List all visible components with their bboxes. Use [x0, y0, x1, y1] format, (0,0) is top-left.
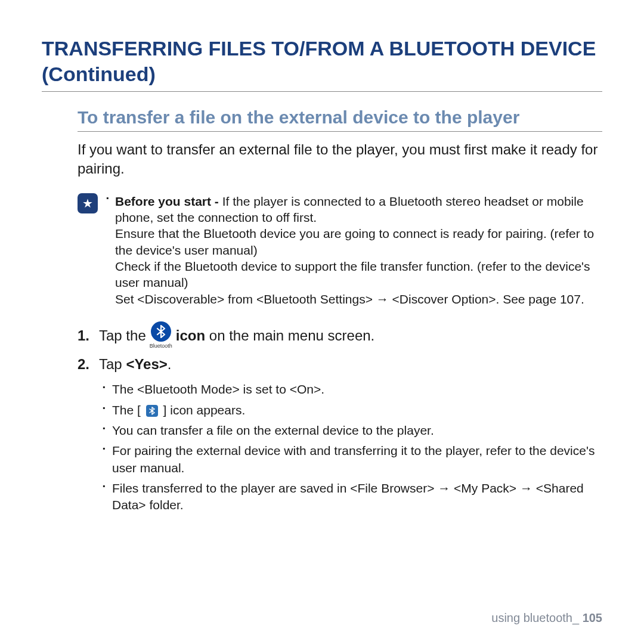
note-line-3: Check if the Bluetooth device to support… — [115, 258, 602, 291]
note-block: ★ Before you start - If the player is co… — [78, 192, 602, 308]
footer-page-number: 105 — [583, 611, 602, 624]
page-footer: using bluetooth_ 105 — [491, 611, 602, 625]
step-2-post: . — [168, 356, 172, 372]
step-1-icon-word: icon — [176, 327, 205, 343]
page-title: TRANSFERRING FILES TO/FROM A BLUETOOTH D… — [42, 36, 602, 92]
bluetooth-small-icon — [146, 405, 158, 417]
note-icon: ★ — [78, 193, 98, 213]
note-before-label: Before you start - — [115, 194, 222, 208]
note-body: Before you start - If the player is conn… — [106, 192, 602, 308]
note-line-2: Ensure that the Bluetooth device you are… — [115, 225, 602, 258]
sub-bullets: The <Bluetooth Mode> is set to <On>. The… — [103, 381, 602, 513]
sub-bullet-b-pre: The [ — [112, 403, 144, 417]
step-2-number: 2. — [78, 354, 99, 375]
steps-list: 1. Tap the Bluetooth icon on the main me… — [78, 321, 602, 376]
section-subtitle: To transfer a file on the external devic… — [78, 107, 602, 132]
step-1: 1. Tap the Bluetooth icon on the main me… — [78, 321, 602, 351]
sub-bullet-d: For pairing the external device with and… — [103, 442, 602, 476]
bluetooth-icon: Bluetooth — [150, 321, 172, 351]
sub-bullet-a: The <Bluetooth Mode> is set to <On>. — [103, 381, 602, 398]
footer-text: using bluetooth_ — [491, 611, 582, 624]
step-1-number: 1. — [78, 325, 99, 346]
step-2-yes: <Yes> — [126, 356, 167, 372]
step-2: 2. Tap <Yes>. — [78, 354, 602, 375]
sub-bullet-e: Files transferred to the player are save… — [103, 480, 602, 514]
step-1-rest: on the main menu screen. — [205, 327, 374, 343]
bluetooth-icon-caption: Bluetooth — [150, 342, 172, 351]
intro-paragraph: If you want to transfer an external file… — [78, 140, 602, 179]
bluetooth-glyph-icon — [156, 325, 166, 338]
sub-bullet-c: You can transfer a file on the external … — [103, 422, 602, 439]
note-line-4: Set <Discoverable> from <Bluetooth Setti… — [115, 291, 602, 307]
sub-bullet-b: The [ ] icon appears. — [103, 402, 602, 419]
step-1-pre: Tap the — [99, 325, 146, 346]
step-2-pre: Tap — [99, 356, 126, 372]
sub-bullet-b-post: ] icon appears. — [163, 403, 246, 417]
